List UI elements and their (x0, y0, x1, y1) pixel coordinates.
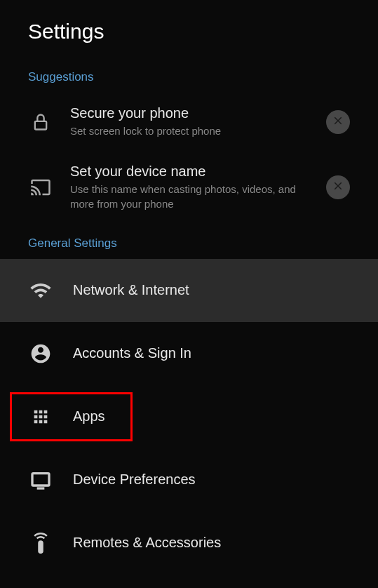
settings-label: Apps (73, 408, 105, 425)
suggestion-secure-phone[interactable]: Secure your phone Set screen lock to pro… (0, 93, 378, 151)
settings-item-remotes[interactable]: Remotes & Accessories (0, 512, 378, 575)
cast-icon (28, 177, 53, 198)
settings-label: Network & Internet (73, 282, 189, 298)
remote-icon (28, 533, 53, 554)
settings-item-network[interactable]: Network & Internet (0, 259, 378, 322)
svg-rect-1 (32, 473, 49, 485)
dismiss-button[interactable] (326, 110, 350, 134)
suggestion-title: Set your device name (70, 163, 309, 180)
lock-icon (28, 112, 53, 132)
wifi-icon (28, 279, 53, 302)
svg-rect-0 (35, 121, 46, 129)
suggestion-content: Secure your phone Set screen lock to pro… (70, 105, 309, 138)
suggestion-subtitle: Set screen lock to protect phone (70, 124, 309, 138)
svg-rect-3 (38, 540, 43, 554)
general-section-header: General Settings (0, 224, 378, 259)
suggestion-title: Secure your phone (70, 105, 309, 121)
settings-label: Device Preferences (73, 472, 196, 488)
close-icon (332, 180, 344, 195)
close-icon (332, 114, 344, 130)
settings-item-accounts[interactable]: Accounts & Sign In (0, 322, 378, 385)
tv-icon (28, 469, 53, 491)
page-header: Settings (0, 0, 378, 58)
suggestion-subtitle: Use this name when casting photos, video… (70, 182, 309, 211)
dismiss-button[interactable] (326, 175, 350, 199)
settings-item-device-prefs[interactable]: Device Preferences (0, 448, 378, 512)
suggestions-section-header: Suggestions (0, 58, 378, 93)
apps-icon (28, 407, 53, 427)
suggestion-device-name[interactable]: Set your device name Use this name when … (0, 151, 378, 224)
settings-label: Accounts & Sign In (73, 345, 191, 361)
account-icon (28, 342, 53, 365)
settings-item-apps[interactable]: Apps (0, 385, 378, 448)
settings-label: Remotes & Accessories (73, 535, 221, 551)
suggestion-content: Set your device name Use this name when … (70, 163, 309, 211)
page-title: Settings (28, 20, 350, 44)
